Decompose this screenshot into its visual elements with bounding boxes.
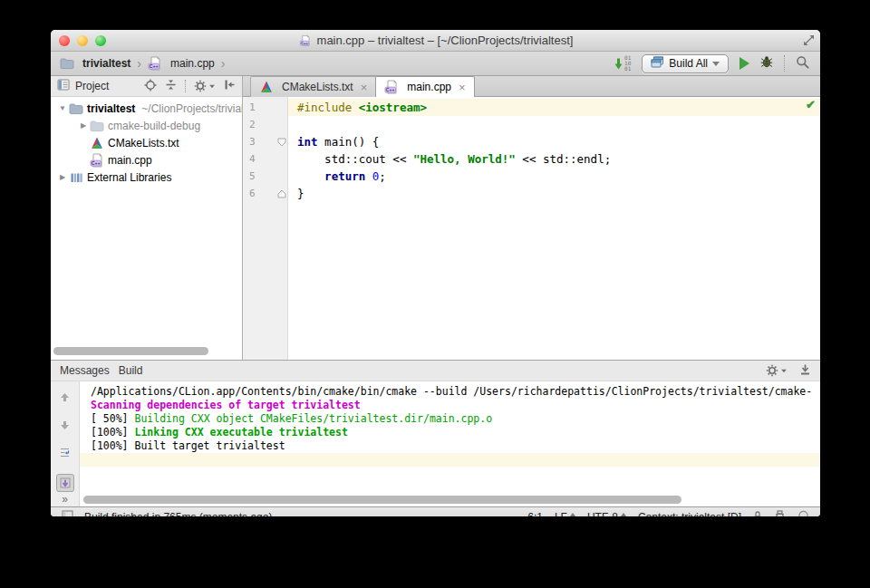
minimize-panel-icon[interactable] xyxy=(799,363,811,378)
build-console[interactable]: /Applications/CLion.app/Contents/bin/cma… xyxy=(80,381,820,492)
tree-item-path-hint: ~/ClionProjects/trivialtest xyxy=(141,102,242,115)
encoding-selector[interactable]: UTF-8 xyxy=(587,511,626,517)
code-editor[interactable]: 1#include <iostream>23int main() {4 std:… xyxy=(243,97,820,360)
editor-line-3[interactable]: 3int main() { xyxy=(243,133,820,150)
messages-build-tab[interactable]: Build xyxy=(119,364,143,377)
tree-item-label: main.cpp xyxy=(108,154,152,167)
messages-toolbar xyxy=(51,381,80,492)
toggle-toolwindows-icon[interactable] xyxy=(62,510,73,516)
tree-item-trivialtest[interactable]: ▼trivialtest~/ClionProjects/trivialtest xyxy=(51,100,242,117)
editor-line-4[interactable]: 4 std::cout << "Hello, World!" << std::e… xyxy=(243,150,820,168)
project-tree: ▼trivialtest~/ClionProjects/trivialtest▶… xyxy=(51,97,242,360)
console-line-4: [100%] Linking CXX executable trivialtes… xyxy=(80,426,820,439)
tab-main-cpp[interactable]: C++ main.cpp × xyxy=(375,76,474,97)
more-actions-chevron[interactable]: » xyxy=(51,492,80,506)
cpp-icon: C++ xyxy=(90,153,104,168)
settings-gear-icon[interactable] xyxy=(766,364,788,377)
messages-bottom-bar: » xyxy=(51,492,820,506)
caret-position[interactable]: 6:1 xyxy=(527,511,543,517)
breadcrumb-chevron-icon: › xyxy=(137,56,141,71)
tab-label: main.cpp xyxy=(407,81,451,93)
debug-button[interactable] xyxy=(760,55,773,72)
cmake-file-icon xyxy=(259,80,274,94)
project-horizontal-scrollbar[interactable] xyxy=(53,347,208,355)
library-icon xyxy=(69,170,83,185)
resolve-context[interactable]: Context: trivialtest [D] xyxy=(638,511,741,517)
lock-icon[interactable] xyxy=(753,510,762,517)
hide-panel-icon[interactable] xyxy=(224,79,236,93)
fold-marker-icon[interactable] xyxy=(275,189,288,198)
main-content: Project xyxy=(51,76,820,360)
line-number: 1 xyxy=(243,101,275,113)
tree-item-cmakelists-txt[interactable]: CMakeLists.txt xyxy=(51,134,242,151)
event-log-bubble-icon[interactable] xyxy=(798,510,809,517)
zoom-window-button[interactable] xyxy=(95,35,106,46)
run-configuration-selector[interactable]: Build All xyxy=(642,54,729,73)
compile-icon[interactable]: 01 10 01 xyxy=(614,55,631,72)
line-number: 5 xyxy=(243,170,275,182)
compile-digits: 01 10 01 xyxy=(624,55,631,72)
window-controls xyxy=(59,30,106,51)
editor-line-6[interactable]: 6} xyxy=(243,185,820,202)
chevron-down-icon xyxy=(209,84,215,88)
prev-message-icon[interactable] xyxy=(60,390,70,406)
tree-item-cmake-build-debug[interactable]: ▶cmake-build-debug xyxy=(51,117,242,134)
run-button[interactable] xyxy=(740,57,749,70)
tree-item-main-cpp[interactable]: C++main.cpp xyxy=(51,151,242,169)
console-line-5: [100%] Built target trivialtest xyxy=(80,439,820,453)
next-message-icon[interactable] xyxy=(60,418,70,434)
close-window-button[interactable] xyxy=(59,35,70,46)
minimize-window-button[interactable] xyxy=(77,35,88,46)
settings-gear-icon[interactable] xyxy=(194,80,216,92)
line-number: 3 xyxy=(243,136,275,148)
soft-wrap-icon[interactable] xyxy=(59,446,71,462)
stepper-arrows-icon xyxy=(621,513,626,517)
tree-item-label: trivialtest xyxy=(87,102,135,115)
close-tab-icon[interactable]: × xyxy=(459,82,466,93)
tree-item-external-libraries[interactable]: ▶External Libraries xyxy=(51,169,242,186)
project-tool-window-icon xyxy=(57,79,70,93)
console-line-3: [ 50%] Building CXX object CMakeFiles/tr… xyxy=(80,412,820,426)
cmake-icon xyxy=(90,136,104,150)
build-configuration-icon xyxy=(651,56,664,71)
code-text: int main() { xyxy=(288,133,820,150)
fullscreen-icon[interactable] xyxy=(803,34,815,46)
tab-cmakelists[interactable]: CMakeLists.txt × xyxy=(250,76,376,97)
console-line-2: Scanning dependencies of target trivialt… xyxy=(80,399,820,412)
code-text: std::cout << "Hello, World!" << std::end… xyxy=(288,150,820,168)
fold-marker-icon[interactable] xyxy=(275,138,288,147)
line-number: 4 xyxy=(243,153,275,165)
code-text: } xyxy=(288,185,820,202)
scroll-to-end-button[interactable] xyxy=(56,474,74,492)
editor-line-1[interactable]: 1#include <iostream> xyxy=(243,99,820,116)
project-tool-window: Project xyxy=(51,76,243,360)
editor-line-5[interactable]: 5 return 0; xyxy=(243,168,820,185)
breadcrumb-file[interactable]: main.cpp xyxy=(170,57,215,70)
inspections-profile-icon[interactable] xyxy=(774,510,786,517)
cpp-file-icon: C++ xyxy=(384,80,399,94)
project-panel-title: Project xyxy=(75,80,109,92)
console-horizontal-scrollbar[interactable] xyxy=(83,496,682,504)
status-bar-widgets: 6:1 LF UTF-8 Context: trivialtest [D] xyxy=(527,510,809,517)
close-tab-icon[interactable]: × xyxy=(361,82,368,93)
folder-icon xyxy=(90,119,104,133)
svg-text:C++: C++ xyxy=(386,87,395,92)
disclosure-triangle[interactable]: ▼ xyxy=(56,104,69,112)
locate-file-icon[interactable] xyxy=(144,79,157,94)
disclosure-triangle[interactable]: ▶ xyxy=(56,173,69,181)
collapse-all-icon[interactable] xyxy=(165,79,177,93)
line-ending-selector[interactable]: LF xyxy=(555,511,575,517)
messages-title: Messages xyxy=(60,364,110,377)
status-message: Build finished in 765ms (moments ago) xyxy=(84,511,272,517)
folder-icon xyxy=(69,101,83,116)
breadcrumb-project[interactable]: trivialtest xyxy=(82,57,130,70)
tree-item-label: cmake-build-debug xyxy=(108,120,200,132)
window-title-text: main.cpp – trivialtest – [~/ClionProject… xyxy=(317,34,574,47)
editor-line-2[interactable]: 2 xyxy=(243,116,820,133)
search-icon[interactable] xyxy=(796,55,809,72)
disclosure-triangle[interactable]: ▶ xyxy=(77,121,90,130)
inspection-ok-icon[interactable]: ✔ xyxy=(806,98,816,111)
title-bar[interactable]: C++ main.cpp – trivialtest – [~/ClionPro… xyxy=(51,30,820,52)
toolbar-separator xyxy=(185,80,186,92)
messages-header-actions xyxy=(766,363,811,378)
